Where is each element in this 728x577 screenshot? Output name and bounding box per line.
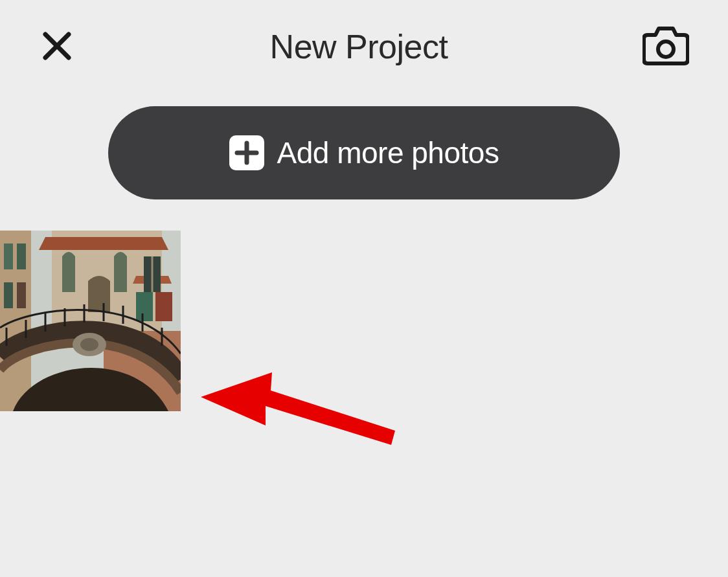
svg-point-2 [658, 41, 674, 57]
header-bar: New Project [0, 0, 728, 87]
page-title: New Project [75, 27, 643, 66]
plus-icon [229, 135, 264, 170]
annotation-arrow [201, 372, 402, 453]
svg-rect-8 [17, 243, 26, 269]
close-button[interactable] [39, 28, 75, 65]
add-more-photos-button[interactable]: Add more photos [108, 106, 620, 199]
close-icon [43, 32, 71, 62]
add-more-photos-label: Add more photos [277, 135, 499, 170]
svg-rect-9 [4, 282, 13, 308]
photo-thumbnail[interactable] [0, 231, 181, 411]
svg-rect-19 [155, 292, 172, 321]
camera-button[interactable] [643, 26, 689, 67]
svg-marker-13 [39, 237, 168, 250]
svg-rect-10 [17, 282, 26, 308]
svg-point-32 [80, 338, 98, 351]
svg-rect-7 [4, 243, 13, 269]
svg-rect-18 [136, 292, 153, 321]
camera-icon [643, 26, 689, 68]
svg-marker-33 [201, 372, 395, 445]
